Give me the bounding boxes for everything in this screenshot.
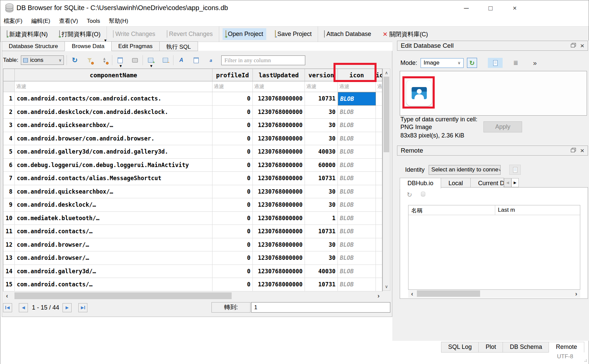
scroll-up-icon[interactable]: ∧ <box>383 70 390 75</box>
cell-lastUpdated[interactable]: 1230768000000 <box>253 278 305 291</box>
cell-icon-blob[interactable]: BLOB <box>338 119 376 132</box>
cell-icon-blob[interactable]: BLOB <box>338 265 376 278</box>
cell-lastUpdated[interactable]: 1230768000000 <box>253 119 305 132</box>
cell-componentName[interactable]: com.android.contacts/com.android.contact… <box>15 92 212 106</box>
cell-partial[interactable] <box>376 278 382 291</box>
col-partial[interactable]: ic <box>376 69 382 81</box>
import-data-button[interactable]: ↻ <box>467 58 477 68</box>
delete-record-button[interactable]: − <box>160 55 170 65</box>
cell-lastUpdated[interactable]: 1230768000000 <box>253 132 305 146</box>
next-page-button[interactable]: ▶ <box>63 303 72 312</box>
cell-profileId[interactable]: 0 <box>212 251 253 265</box>
cell-lastUpdated[interactable]: 1230768000000 <box>253 198 305 212</box>
cell-lastUpdated[interactable]: 1230768000000 <box>253 251 305 265</box>
tab-db-schema[interactable]: DB Schema <box>503 342 549 353</box>
word-wrap-button[interactable]: ≣ <box>511 58 521 68</box>
open-database-button[interactable]: ➔ 打開資料庫(O) ▼ <box>56 28 103 40</box>
cell-icon-blob[interactable]: BLOB <box>338 132 376 146</box>
close-panel-icon[interactable]: × <box>580 42 584 49</box>
cell-componentName[interactable]: com.android.deskclock/com.android.deskcl… <box>15 106 212 119</box>
menu-view[interactable]: 查看(V) <box>59 17 78 25</box>
cell-lastUpdated[interactable]: 1230768000000 <box>253 265 305 278</box>
remote-horizontal-scrollbar[interactable]: ‹ › <box>408 290 580 298</box>
cell-icon-blob[interactable]: BLOB <box>338 238 376 252</box>
cell-componentName[interactable]: com.android.contacts/… <box>15 278 212 291</box>
cell-componentName[interactable]: com.debug.loggerui/com.debug.loggerui.Ma… <box>15 159 212 172</box>
cell-icon-blob[interactable]: BLOB <box>338 225 376 238</box>
refresh-button[interactable]: ↻ <box>70 55 80 65</box>
cell-componentName[interactable]: com.android.contacts/alias.MessageShortc… <box>15 172 212 185</box>
table-row[interactable]: 2com.android.deskclock/com.android.deskc… <box>3 106 382 119</box>
cell-partial[interactable] <box>376 225 382 238</box>
cell-version[interactable]: 30 <box>305 119 338 132</box>
write-changes-button[interactable]: Write Changes <box>110 29 158 40</box>
cell-version[interactable]: 60000 <box>305 159 338 172</box>
cell-profileId[interactable]: 0 <box>212 159 253 172</box>
cell-componentName[interactable]: com.mediatek.bluetooth/… <box>15 212 212 225</box>
goto-button[interactable]: 轉到: <box>211 302 250 313</box>
mode-selector[interactable]: Image ∨ <box>421 58 464 68</box>
title-bar[interactable]: DB Browser for SQLite - C:\Users\awinh\O… <box>0 0 589 16</box>
remote-refresh-icon[interactable]: ↻ <box>407 191 412 199</box>
cell-partial[interactable] <box>376 145 382 159</box>
cell-partial[interactable] <box>376 159 382 172</box>
cell-version[interactable]: 40030 <box>305 145 338 159</box>
cell-icon-blob[interactable]: BLOB <box>338 198 376 212</box>
cell-profileId[interactable]: 0 <box>212 132 253 146</box>
table-row[interactable]: 1com.android.contacts/com.android.contac… <box>3 92 382 106</box>
filter-partial[interactable]: 過濾 <box>376 81 382 92</box>
cell-version[interactable]: 10731 <box>305 278 338 291</box>
last-modified-column-header[interactable]: Last m <box>495 205 518 215</box>
table-row[interactable]: 10com.mediatek.bluetooth/…01230768000000… <box>3 212 382 225</box>
tab-database-structure[interactable]: Database Structure <box>2 41 65 51</box>
cell-lastUpdated[interactable]: 1230768000000 <box>253 185 305 199</box>
cell-icon-blob[interactable]: BLOB <box>338 185 376 199</box>
tab-scroll-right-icon[interactable]: ▶ <box>511 178 519 187</box>
cell-version[interactable]: 30 <box>305 106 338 119</box>
remote-clone-db-icon[interactable] <box>421 191 425 199</box>
cell-icon-blob[interactable]: BLOB <box>338 251 376 265</box>
cell-partial[interactable] <box>376 132 382 146</box>
cell-partial[interactable] <box>376 185 382 199</box>
print-button[interactable] <box>130 55 140 65</box>
table-row[interactable]: 14com.android.gallery3d/…012307680000004… <box>3 265 382 278</box>
vertical-scrollbar-thumb[interactable] <box>384 77 389 152</box>
cell-lastUpdated[interactable]: 1230768000000 <box>253 238 305 252</box>
cell-icon-blob[interactable]: BLOB <box>338 92 376 106</box>
horizontal-scrollbar[interactable]: ‹ › <box>3 291 383 300</box>
close-panel-icon[interactable]: × <box>580 147 584 154</box>
table-row[interactable]: 9com.android.deskclock/…0123076800000030… <box>3 198 382 212</box>
new-database-button[interactable]: + 新建資料庫(N) <box>4 28 50 40</box>
resize-grip-icon[interactable] <box>583 358 587 362</box>
col-profileId[interactable]: profileId <box>212 69 253 81</box>
table-row[interactable]: 8com.android.quicksearchbox/…01230768000… <box>3 185 382 199</box>
cell-version[interactable]: 10731 <box>305 172 338 185</box>
cell-componentName[interactable]: com.android.browser/… <box>15 251 212 265</box>
cell-version[interactable]: 1 <box>305 212 338 225</box>
identity-import-button[interactable] <box>509 165 521 175</box>
cell-profileId[interactable]: 0 <box>212 106 253 119</box>
scroll-left-icon[interactable]: ‹ <box>3 292 11 299</box>
save-results-button[interactable]: ▼ <box>115 55 125 65</box>
first-page-button[interactable]: ◀ <box>3 303 12 312</box>
cell-version[interactable]: 10731 <box>305 225 338 238</box>
cell-profileId[interactable]: 0 <box>212 238 253 252</box>
col-version[interactable]: version <box>305 69 338 81</box>
scroll-left-icon[interactable]: ‹ <box>408 290 416 297</box>
col-lastUpdated[interactable]: lastUpdated <box>253 69 305 81</box>
table-row[interactable]: 11com.android.contacts/…0123076800000010… <box>3 225 382 238</box>
edit-cell-format-button[interactable]: A <box>176 55 186 65</box>
table-row[interactable]: 12com.android.browser/…0123076800000030B… <box>3 238 382 252</box>
tab-browse-data[interactable]: Browse Data <box>65 41 111 51</box>
tab-edit-pragmas[interactable]: Edit Pragmas <box>111 41 160 51</box>
cell-version[interactable]: 30 <box>305 238 338 252</box>
tab-scroll-left-icon[interactable]: ◀ <box>504 178 511 187</box>
cell-componentName[interactable]: com.android.gallery3d/… <box>15 265 212 278</box>
cell-componentName[interactable]: com.android.browser/com.android.browser. <box>15 132 212 146</box>
scroll-right-icon[interactable]: › <box>572 290 580 297</box>
more-tools-button[interactable]: » <box>529 58 540 68</box>
col-componentName[interactable]: componentName <box>15 69 212 81</box>
cell-componentName[interactable]: com.android.gallery3d/com.android.galler… <box>15 145 212 159</box>
table-row[interactable]: 4com.android.browser/com.android.browser… <box>3 132 382 146</box>
filter-componentName[interactable]: 過濾 <box>15 81 212 92</box>
